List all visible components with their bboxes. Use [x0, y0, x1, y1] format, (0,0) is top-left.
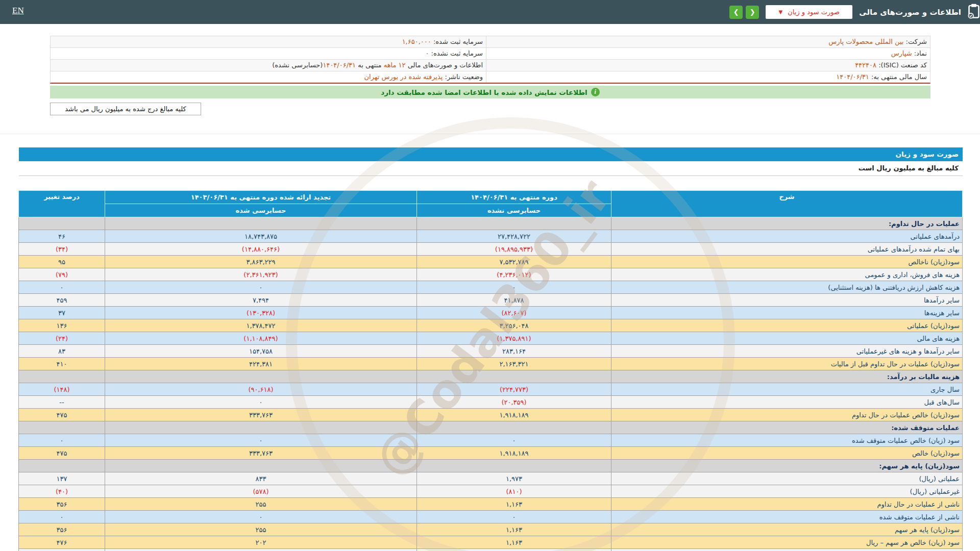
- company-info-row: کد صنعت (ISIC): ۴۴۲۴۰۸اطلاعات و صورت‌های…: [51, 60, 930, 71]
- row-label: سال جاری: [611, 383, 963, 396]
- table-row: سود (زیان) خالص عملیات متوقف شده۰۰۰: [19, 434, 963, 447]
- value-percent-change: (۴۰): [19, 485, 105, 498]
- row-label: عملیات متوقف شده:: [611, 421, 963, 434]
- value-percent-change: ۴۱۰: [19, 358, 105, 370]
- signature-match-text: اطلاعات نمایش داده شده با اطلاعات امضا ش…: [381, 88, 587, 96]
- value-current-period: ۲۸۳,۱۶۴: [417, 345, 611, 358]
- value-percent-change: ۰: [19, 281, 105, 294]
- row-label: سایر درآمدها: [611, 294, 963, 307]
- company-info-label: (حسابرسی نشده): [272, 61, 323, 69]
- value-prior-period: ۱۵۴,۷۵۸: [105, 345, 417, 358]
- value-percent-change: ۴۷۵: [19, 409, 105, 421]
- company-info-value: شپارس: [891, 49, 912, 57]
- units-note-box: کلیه مبالغ درج شده به میلیون ریال می باش…: [50, 103, 201, 115]
- value-current-period: [417, 217, 611, 230]
- value-percent-change: (۲۴): [19, 332, 105, 345]
- table-row: ناشی از عملیات متوقف شده۰۰۰: [19, 511, 963, 523]
- value-prior-period: ۰: [105, 434, 417, 447]
- company-info-cell: وضعیت ناشر: پذیرفته شده در بورس تهران: [51, 71, 486, 83]
- table-row: عملیاتی (ریال)۱,۹۷۳۸۳۳۱۳۷: [19, 472, 963, 485]
- company-info-cell: سال مالی منتهی به: ۱۴۰۴/۰۶/۳۱: [486, 71, 930, 83]
- row-label: سود(زیان) خالص: [611, 447, 963, 460]
- value-current-period: ۰: [417, 434, 611, 447]
- value-percent-change: ۳۷: [19, 307, 105, 319]
- prev-statement-button[interactable]: ❮: [729, 6, 743, 19]
- company-info-cell: سرمایه ثبت شده: ۱,۶۵۰,۰۰۰: [51, 36, 486, 47]
- value-percent-change: (۳۴): [19, 243, 105, 256]
- value-prior-period: [105, 370, 417, 383]
- row-label: سود(زیان) ناخالص: [611, 256, 963, 268]
- language-toggle-en[interactable]: EN: [12, 6, 24, 16]
- company-info-cell: اطلاعات و صورت‌های مالی ۱۲ ماهه منتهی به…: [51, 60, 486, 71]
- value-percent-change: ۴۶: [19, 230, 105, 243]
- next-statement-button[interactable]: ❯: [746, 6, 759, 19]
- statement-type-select[interactable]: صورت سود و زیان ▼: [766, 5, 852, 19]
- value-prior-period: ۳,۸۶۳,۲۲۹: [105, 256, 417, 268]
- value-percent-change: ۱۳۷: [19, 472, 105, 485]
- col-header-period-current: دوره منتهی به ۱۴۰۴/۰۶/۳۱: [417, 191, 611, 204]
- col-header-change: درصد تغییر: [19, 191, 105, 217]
- table-row: هزینه کاهش ارزش دریافتنی ها (هزینه استثن…: [19, 281, 963, 294]
- value-current-period: ۱,۱۶۳: [417, 536, 611, 549]
- company-info-label: شرکت:: [903, 38, 927, 45]
- row-label: سود (زیان) خالص عملیات متوقف شده: [611, 434, 963, 447]
- value-percent-change: (۷۹): [19, 268, 105, 281]
- value-current-period: [417, 460, 611, 472]
- table-row: سود(زیان) پایه هر سهم۱,۱۶۳۲۵۵۳۵۶: [19, 523, 963, 536]
- value-percent-change: ۹۵: [19, 256, 105, 268]
- table-row: سود(زیان) خالص۱,۹۱۸,۱۸۹۳۳۳,۷۶۳۴۷۵: [19, 447, 963, 460]
- value-current-period: (۴,۲۳۶,۰۱۲): [417, 268, 611, 281]
- company-info-value: ۱,۶۵۰,۰۰۰: [402, 38, 431, 45]
- section-row: هزینه مالیات بر درآمد:: [19, 370, 963, 383]
- company-info-label: وضعیت ناشر:: [443, 73, 483, 81]
- table-row: غیرعملیاتی (ریال)(۸۱۰)(۵۷۸)(۴۰): [19, 485, 963, 498]
- info-icon: i: [591, 88, 600, 96]
- value-prior-period: ۰: [105, 281, 417, 294]
- value-percent-change: [19, 217, 105, 230]
- value-percent-change: [19, 370, 105, 383]
- row-label: هزینه مالیات بر درآمد:: [611, 370, 963, 383]
- company-info-label: کد صنعت (ISIC):: [876, 61, 927, 69]
- statement-title-bar: صورت سود و زیان: [19, 147, 963, 161]
- table-row: درآمدهای عملیاتی۲۷,۴۲۸,۷۲۲۱۸,۷۴۳,۸۷۵۴۶: [19, 230, 963, 243]
- table-row: سود(زیان) عملیات در حال تداوم قبل از مال…: [19, 358, 963, 370]
- value-percent-change: ۰: [19, 549, 105, 551]
- row-label: سایر هزینه‌ها: [611, 307, 963, 319]
- company-info-label: اطلاعات و صورت‌های مالی: [406, 61, 483, 69]
- table-row: بهای تمام شده درآمدهای عملیاتی(۱۹,۸۹۵,۹۳…: [19, 243, 963, 256]
- company-info-cell: سرمایه ثبت نشده: ۰: [51, 48, 486, 59]
- section-divider: [0, 134, 980, 134]
- value-current-period: ۱,۹۱۸,۱۸۹: [417, 447, 611, 460]
- value-current-period: ۱,۹۷۳: [417, 472, 611, 485]
- table-row: هزینه های مالی(۱,۳۷۵,۸۹۱)(۱,۱۰۸,۸۴۹)(۲۴): [19, 332, 963, 345]
- statement-nav-buttons: ❮ ❯: [729, 6, 759, 19]
- table-row: سود(زیان) عملیاتی۳,۲۵۶,۰۴۸۱,۳۷۸,۴۷۲۱۳۶: [19, 319, 963, 332]
- table-row: سال جاری(۲۲۴,۷۷۳)(۹۰,۶۱۸)(۱۴۸): [19, 383, 963, 396]
- statement-type-value: صورت سود و زیان: [788, 8, 840, 16]
- value-current-period: ۰: [417, 511, 611, 523]
- row-label: هزینه های فروش، اداری و عمومی: [611, 268, 963, 281]
- row-label: سود(زیان) عملیات در حال تداوم قبل از مال…: [611, 358, 963, 370]
- value-prior-period: ۰: [105, 511, 417, 523]
- table-row: سایر درآمدها۴۱,۸۷۸۷,۴۹۴۴۵۹: [19, 294, 963, 307]
- value-prior-period: (۱,۱۰۸,۸۴۹): [105, 332, 417, 345]
- value-current-period: [417, 370, 611, 383]
- company-info-value: ۱۴۰۴/۰۶/۳۱: [323, 61, 356, 69]
- company-info-label: سرمایه ثبت شده:: [431, 38, 483, 45]
- value-current-period: ۲,۱۶۳,۳۲۱: [417, 358, 611, 370]
- value-prior-period: (۱۴,۸۸۰,۶۴۶): [105, 243, 417, 256]
- value-prior-period: ۸۳۳: [105, 472, 417, 485]
- section-row: سود(زیان) پایه هر سهم:: [19, 460, 963, 472]
- value-prior-period: ۲۰۲: [105, 536, 417, 549]
- value-percent-change: ۱۳۶: [19, 319, 105, 332]
- value-prior-period: (۹۰,۶۱۸): [105, 383, 417, 396]
- value-prior-period: (۱۳۰,۳۲۸): [105, 307, 417, 319]
- value-percent-change: --: [19, 396, 105, 409]
- value-current-period: (۱۹,۸۹۵,۹۳۳): [417, 243, 611, 256]
- company-info-value: ۱۲ ماهه: [384, 61, 406, 69]
- company-info-row: سال مالی منتهی به: ۱۴۰۴/۰۶/۳۱وضعیت ناشر:…: [51, 71, 930, 83]
- value-current-period: (۸۱۰): [417, 485, 611, 498]
- value-current-period: ۱,۹۱۸,۱۸۹: [417, 409, 611, 421]
- company-info-label: سال مالی منتهی به:: [869, 73, 927, 81]
- table-row: ناشی از عملیات در حال تداوم۱,۱۶۳۲۵۵۳۵۶: [19, 498, 963, 511]
